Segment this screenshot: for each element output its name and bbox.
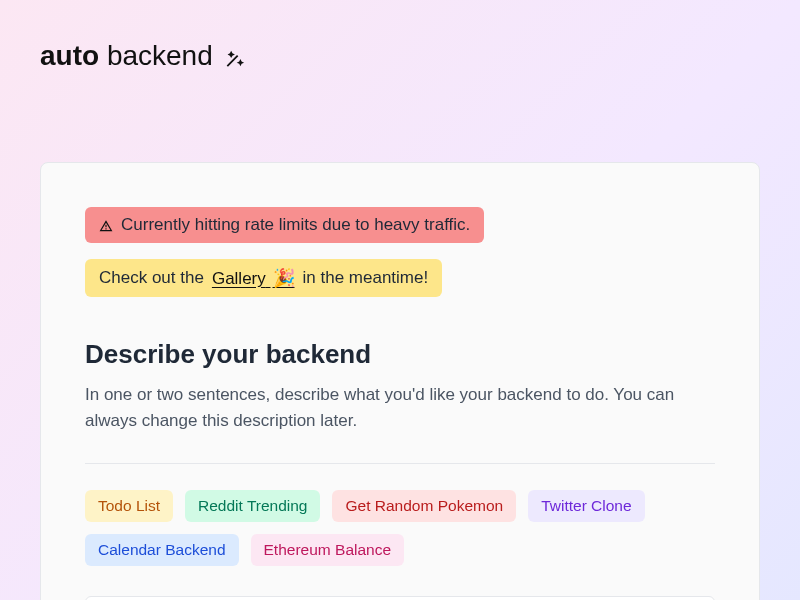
example-chip[interactable]: Reddit Trending [185,490,320,522]
confetti-icon: 🎉 [273,268,295,288]
example-chip[interactable]: Todo List [85,490,173,522]
page-subtext: In one or two sentences, describe what y… [85,382,715,433]
gallery-suffix: in the meantime! [303,268,429,288]
gallery-alert: Check out the Gallery 🎉 in the meantime! [85,259,442,297]
example-chip[interactable]: Get Random Pokemon [332,490,516,522]
gallery-link-text: Gallery [212,269,266,288]
divider [85,463,715,464]
rate-limit-text: Currently hitting rate limits due to hea… [121,215,470,235]
page-heading: Describe your backend [85,339,715,370]
example-chip[interactable]: Twitter Clone [528,490,644,522]
example-chips: Todo ListReddit TrendingGet Random Pokem… [85,490,715,566]
warning-icon [99,218,113,232]
gallery-prefix: Check out the [99,268,204,288]
rate-limit-alert: Currently hitting rate limits due to hea… [85,207,484,243]
description-input[interactable] [85,596,715,600]
example-chip[interactable]: Ethereum Balance [251,534,405,566]
logo: auto backend [40,40,760,72]
gallery-link[interactable]: Gallery 🎉 [212,267,295,289]
example-chip[interactable]: Calendar Backend [85,534,239,566]
logo-light: backend [107,40,213,71]
main-card: Currently hitting rate limits due to hea… [40,162,760,600]
magic-wand-icon [223,45,245,67]
logo-bold: auto [40,40,99,71]
